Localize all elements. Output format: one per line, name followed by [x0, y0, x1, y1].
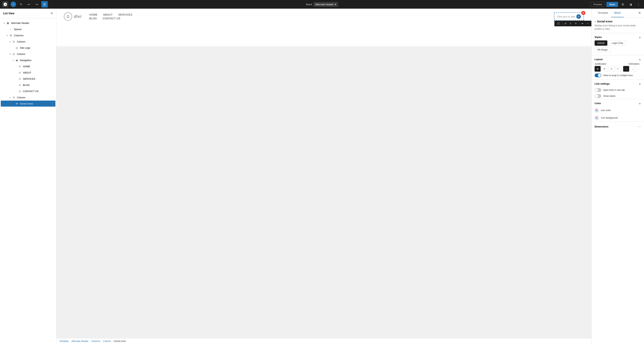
tree-item-column-1[interactable]: ▾ ⊡ Column — [1, 39, 56, 45]
icon-bg-label: Icon background — [601, 117, 618, 119]
nav-link-icon: ⊙ — [19, 71, 22, 74]
settings-button[interactable]: ⚙ — [620, 1, 626, 8]
separator — [579, 22, 579, 25]
list-view-button[interactable]: ☰ — [41, 1, 48, 8]
save-button[interactable]: Save — [606, 2, 618, 7]
toolbar-align-center-btn[interactable]: — — [585, 22, 590, 26]
add-block-button[interactable]: + — [10, 2, 16, 7]
color-label: Color — [594, 102, 601, 105]
three-dots-icon[interactable]: ⋮ — [51, 102, 54, 106]
add-social-button[interactable]: + — [576, 14, 581, 19]
top-bar-right: Preview Save ⚙ ◑ ⋮ — [590, 1, 642, 8]
tree-item-column-2[interactable]: ▾ ⊡ Column — [1, 51, 56, 57]
breadcrumb-alternate-header[interactable]: Alternate Header — [72, 340, 88, 342]
toolbar-share-btn[interactable]: ⇄ — [563, 22, 568, 26]
sidebar-close-button[interactable]: ✕ — [638, 11, 641, 15]
dimensions-more-button[interactable]: ⋯ — [638, 124, 641, 129]
logo-text: divi — [74, 14, 82, 19]
tree-item-about[interactable]: ▾ ⊙ ABOUT — [1, 70, 56, 76]
nav-link-home[interactable]: HOME — [89, 13, 98, 16]
toolbar-drag-btn[interactable]: ⠿ — [568, 22, 573, 26]
icon-bg-swatch[interactable] — [594, 116, 599, 120]
redo-button[interactable]: ↪ — [34, 1, 40, 8]
orient-horizontal-btn[interactable]: → — [623, 66, 629, 72]
style-pill-button[interactable]: Pill Shape — [594, 47, 610, 53]
edit-button[interactable]: ✎ — [18, 1, 24, 8]
tab-template[interactable]: Template — [594, 9, 611, 17]
canvas-content: D divi HOME ABOUT SERVICES BLOG CONTACT … — [56, 9, 592, 46]
nav-link-blog[interactable]: BLOG — [89, 17, 97, 20]
color-header[interactable]: Color ▲ — [592, 99, 644, 107]
tree-label: Social Icons — [20, 102, 33, 105]
nav-link-about[interactable]: ABOUT — [103, 13, 113, 16]
justify-stretch-btn[interactable]: ⊢ — [615, 66, 621, 72]
nav-link-contact[interactable]: CONTACT US — [102, 17, 120, 20]
justify-left-btn[interactable]: ⬅ — [594, 66, 600, 72]
preview-button[interactable]: Preview — [590, 2, 605, 7]
tree-label: Navigation — [20, 59, 31, 62]
tree-item-columns[interactable]: ▾ ⊞ Columns — [1, 32, 56, 38]
icon-bg-row: Icon background — [592, 114, 644, 122]
chevron-icon: ▾ — [10, 41, 13, 43]
breadcrumb-column[interactable]: Column — [103, 340, 111, 342]
tree-label: Columns — [14, 34, 24, 37]
tree-label: ABOUT — [23, 71, 31, 74]
tree-item-alternate-header[interactable]: ▾ ▣ Alternate Header — [1, 20, 56, 26]
theme-button[interactable]: ◑ — [628, 1, 634, 8]
column-icon: ⊡ — [13, 40, 16, 43]
more-button[interactable]: ⋮ — [635, 1, 642, 8]
justify-center-btn[interactable]: ✛ — [601, 66, 607, 72]
social-icons-placeholder[interactable]: Click plus to add + ⬛ ⇄ ⠿ ⇅ ⬅ — Size — [554, 13, 584, 21]
dimensions-header[interactable]: Dimensions ⋯ — [592, 122, 644, 130]
tree-item-blog[interactable]: ▾ ⊙ BLOG — [1, 82, 56, 88]
badge-number: 1 — [583, 12, 584, 14]
chevron-icon: ▾ — [13, 59, 16, 61]
tree-label: Column — [17, 96, 25, 99]
tree-label: Column — [17, 53, 25, 56]
show-labels-toggle[interactable] — [594, 94, 601, 98]
tree-item-column-3[interactable]: ▾ ⊡ Column — [1, 94, 56, 100]
tree-item-spacer[interactable]: ▾ ↕ Spacer — [1, 26, 56, 32]
styles-header[interactable]: Styles ▲ — [592, 33, 644, 41]
wordpress-logo[interactable] — [2, 1, 8, 7]
style-logos-only-button[interactable]: Logos Only — [609, 41, 626, 46]
icon-color-swatch[interactable] — [594, 108, 599, 113]
chevron-icon: ▾ — [10, 96, 13, 99]
header-dropdown[interactable]: Alternate Header ▾ — [313, 2, 338, 7]
open-new-tab-toggle[interactable] — [594, 88, 601, 92]
justification-group: Justification Orientation ⬅ ✛ ⇥ ⊢ → ↓ — [594, 63, 641, 72]
block-description: Display icons linking to your social med… — [594, 24, 641, 31]
nav-link-icon: ⊙ — [19, 84, 22, 87]
chevron-icon: ▾ — [13, 47, 16, 49]
tree-item-services[interactable]: ▾ ⊙ SERVICES — [1, 76, 56, 82]
link-settings-header[interactable]: Link settings ▲ — [592, 80, 644, 87]
breadcrumb-template[interactable]: Template — [59, 340, 68, 342]
toolbar-view-btn[interactable]: ⬛ — [556, 22, 561, 26]
layout-header[interactable]: Layout ▲ — [592, 55, 644, 63]
back-icon[interactable]: ‹ — [594, 20, 596, 23]
tree-item-navigation[interactable]: ▾ ◉ Navigation — [1, 57, 56, 63]
tree-item-social-icons[interactable]: ▾ ⇄ Social Icons ⋮ — [1, 101, 56, 107]
tree-item-site-logo[interactable]: ▾ ◎ Site Logo — [1, 45, 56, 51]
tab-block[interactable]: Block — [611, 9, 624, 17]
chevron-icon: ▾ — [7, 28, 10, 30]
orient-vertical-btn[interactable]: ↓ — [630, 66, 636, 72]
wrap-toggle[interactable] — [594, 74, 601, 77]
styles-section: Styles ▲ Default Logos Only Pill Shape — [592, 33, 644, 55]
breadcrumb-columns[interactable]: Columns — [91, 340, 100, 342]
notification-badge: 1 — [581, 11, 586, 15]
chevron-icon: ▾ — [16, 65, 19, 68]
nav-link-services[interactable]: SERVICES — [118, 13, 132, 16]
tree-item-home[interactable]: ▾ ⊙ HOME — [1, 63, 56, 69]
layout-label: Layout — [594, 58, 603, 61]
header-title-label: Alternate Header — [315, 3, 334, 6]
justify-right-btn[interactable]: ⇥ — [608, 66, 614, 72]
undo-button[interactable]: ↩ — [26, 1, 32, 8]
list-view-close[interactable]: ✕ — [50, 11, 53, 16]
toolbar-move-btn[interactable]: ⇅ — [573, 22, 578, 26]
style-default-button[interactable]: Default — [594, 41, 607, 46]
toolbar-align-left-btn[interactable]: ⬅ — [580, 22, 585, 26]
icon-color-row: Icon color — [592, 107, 644, 114]
tabs-inner: Template Block — [594, 9, 624, 17]
tree-item-contact[interactable]: ▾ ⊙ CONTACT US — [1, 88, 56, 94]
